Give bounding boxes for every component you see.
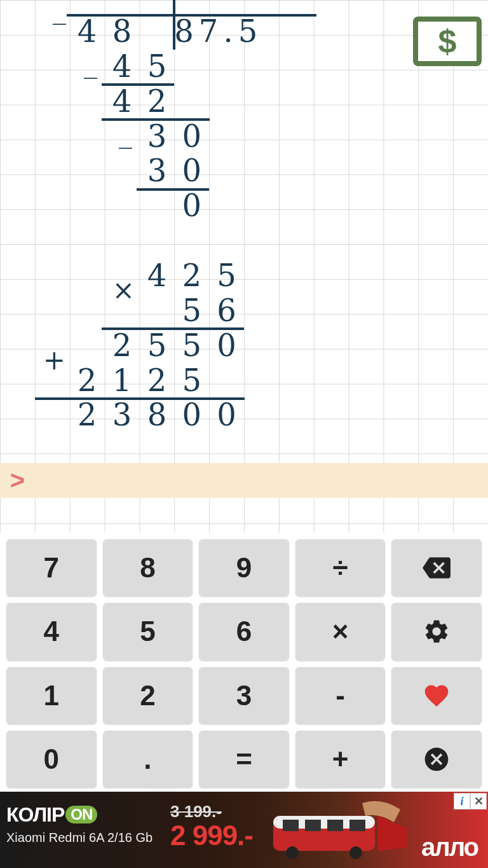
- svg-rect-5: [349, 820, 365, 831]
- minus-op: _: [73, 46, 108, 81]
- mul-digit: 2: [105, 328, 140, 363]
- calc-rule: [67, 14, 173, 17]
- backspace-icon: [423, 554, 451, 582]
- key-1[interactable]: 1: [6, 667, 97, 724]
- mul-digit: 2: [70, 397, 105, 432]
- div-digit: 3: [140, 119, 175, 154]
- mul-digit: 5: [209, 258, 244, 293]
- svg-rect-3: [305, 820, 321, 831]
- ad-shop-brand: алло: [421, 833, 478, 862]
- keypad: 7 8 9 ÷ 4 5 6 × 1 2 3 - 0 . = +: [0, 533, 488, 792]
- key-equals[interactable]: =: [199, 731, 289, 788]
- key-0[interactable]: 0: [6, 731, 97, 788]
- mul-digit: 5: [140, 328, 175, 363]
- div-digit: 3: [140, 153, 175, 188]
- key-divide[interactable]: ÷: [295, 539, 386, 596]
- calculation-area: $ 4 8 87.5 _ _ 4 5 4 2 _ 3 0 3 0 0 × 4 2…: [0, 0, 488, 533]
- mul-digit: 0: [209, 328, 244, 363]
- div-digit: 4: [105, 84, 140, 119]
- mul-digit: 2: [140, 363, 175, 398]
- mul-digit: 0: [174, 397, 209, 432]
- gear-icon: [423, 617, 451, 645]
- key-4[interactable]: 4: [6, 603, 97, 660]
- heart-icon: [423, 682, 451, 710]
- key-5[interactable]: 5: [103, 603, 193, 660]
- calc-rule: [102, 83, 174, 86]
- prompt-icon: >: [0, 463, 35, 498]
- ad-left: КОЛІРON Xiaomi Redmi 6A 2/16 Gb: [6, 803, 152, 845]
- close-circle-icon: [423, 745, 451, 773]
- ad-brand: КОЛІРON: [6, 803, 152, 827]
- input-row[interactable]: [0, 463, 488, 498]
- mul-digit: 5: [174, 293, 209, 328]
- key-backspace[interactable]: [391, 539, 482, 596]
- ad-controls: i ✕: [454, 793, 487, 809]
- div-digit: 0: [174, 119, 209, 154]
- key-plus[interactable]: +: [295, 731, 386, 788]
- minus-op: _: [42, 0, 77, 27]
- key-multiply[interactable]: ×: [295, 603, 386, 660]
- mul-digit: 2: [70, 363, 105, 398]
- ad-info-icon[interactable]: i: [454, 793, 470, 809]
- mul-digit: 5: [174, 328, 209, 363]
- key-3[interactable]: 3: [199, 667, 289, 724]
- minus-op: _: [108, 116, 143, 151]
- times-op: ×: [106, 273, 141, 308]
- mul-digit: 1: [105, 363, 140, 398]
- div-digit: 8: [105, 14, 140, 49]
- ad-banner[interactable]: i ✕ КОЛІРON Xiaomi Redmi 6A 2/16 Gb 3 19…: [0, 792, 488, 868]
- key-2[interactable]: 2: [103, 667, 193, 724]
- ad-brand-prefix: КОЛІР: [6, 803, 64, 826]
- div-digit: 4: [105, 49, 140, 84]
- key-favorite[interactable]: [391, 667, 482, 724]
- mul-digit: 8: [140, 397, 175, 432]
- ad-old-price: 3 199.-: [170, 802, 253, 822]
- mul-digit: 0: [209, 397, 244, 432]
- division-vline: [173, 0, 175, 50]
- div-digit: 5: [140, 49, 175, 84]
- ad-train-image: [261, 797, 413, 863]
- ad-close-icon[interactable]: ✕: [470, 793, 487, 809]
- key-minus[interactable]: -: [295, 667, 386, 724]
- div-digit: 0: [174, 153, 209, 188]
- dollar-icon: $: [438, 22, 457, 60]
- mul-digit: 3: [105, 397, 140, 432]
- division-hline: [173, 14, 316, 17]
- svg-rect-2: [283, 820, 299, 831]
- key-7[interactable]: 7: [6, 539, 97, 596]
- mul-digit: 4: [140, 258, 175, 293]
- mul-digit: 2: [174, 258, 209, 293]
- key-decimal[interactable]: .: [103, 731, 193, 788]
- svg-point-6: [286, 846, 299, 859]
- calc-rule: [102, 118, 210, 121]
- key-clear[interactable]: [391, 731, 482, 788]
- key-9[interactable]: 9: [199, 539, 289, 596]
- currency-button[interactable]: $: [413, 17, 482, 66]
- key-8[interactable]: 8: [103, 539, 193, 596]
- svg-rect-4: [327, 820, 343, 831]
- ad-prices: 3 199.- 2 999.-: [170, 802, 253, 850]
- key-6[interactable]: 6: [199, 603, 289, 660]
- div-digit: 0: [174, 188, 209, 223]
- svg-point-7: [349, 846, 362, 859]
- ad-product: Xiaomi Redmi 6A 2/16 Gb: [6, 830, 152, 845]
- plus-op: +: [37, 343, 72, 378]
- ad-new-price: 2 999.-: [170, 822, 253, 850]
- mul-digit: 5: [174, 363, 209, 398]
- key-settings[interactable]: [391, 603, 482, 660]
- div-quotient: 87.5: [174, 14, 278, 49]
- div-digit: 2: [140, 84, 175, 119]
- ad-brand-on: ON: [65, 806, 97, 823]
- mul-digit: 6: [209, 293, 244, 328]
